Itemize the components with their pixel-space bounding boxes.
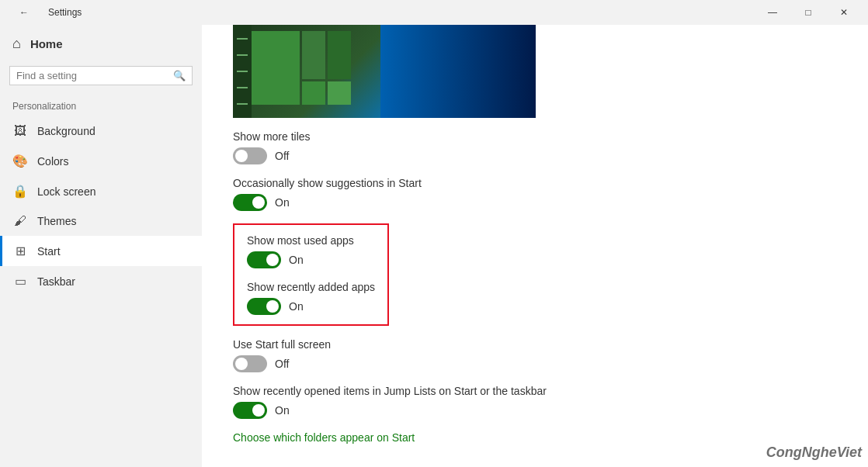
app-container: ⌂ Home 🔍 Personalization 🖼 Background 🎨 … — [0, 25, 868, 467]
sidebar-item-background[interactable]: 🖼 Background — [0, 116, 202, 146]
show-most-used-apps-label: Show most used apps — [247, 234, 375, 247]
show-recently-opened-items-toggle-row: On — [233, 402, 837, 419]
occasionally-show-suggestions-setting: Occasionally show suggestions in Start O… — [233, 177, 837, 211]
occasionally-show-suggestions-state: On — [275, 196, 290, 209]
sidebar-item-label-background: Background — [37, 125, 95, 137]
show-recently-opened-items-state: On — [275, 404, 290, 417]
occasionally-show-suggestions-toggle[interactable] — [233, 194, 267, 211]
sidebar-item-themes[interactable]: 🖌 Themes — [0, 206, 202, 236]
start-icon: ⊞ — [12, 244, 28, 258]
sidebar: ⌂ Home 🔍 Personalization 🖼 Background 🎨 … — [0, 25, 202, 467]
sidebar-item-lock-screen[interactable]: 🔒 Lock screen — [0, 176, 202, 206]
occasionally-show-suggestions-label: Occasionally show suggestions in Start — [233, 177, 837, 189]
main-content: Show more tiles Off Occasionally show su… — [202, 25, 868, 467]
show-recently-added-apps-setting: Show recently added apps On — [247, 281, 375, 315]
show-most-used-apps-toggle[interactable] — [247, 251, 281, 268]
back-button[interactable]: ← — [6, 0, 42, 25]
search-box[interactable]: 🔍 — [9, 66, 193, 85]
lock-screen-icon: 🔒 — [12, 184, 28, 199]
show-recently-added-apps-state: On — [289, 300, 304, 313]
sidebar-item-colors[interactable]: 🎨 Colors — [0, 146, 202, 176]
search-icon: 🔍 — [173, 70, 186, 81]
start-preview-image — [233, 25, 536, 118]
title-bar-left: ← Settings — [6, 0, 82, 25]
title-bar-title: Settings — [48, 7, 82, 18]
taskbar-icon: ▭ — [12, 274, 28, 289]
show-most-used-apps-state: On — [289, 254, 304, 266]
use-start-full-screen-setting: Use Start full screen Off — [233, 338, 837, 372]
show-most-used-apps-toggle-row: On — [247, 251, 375, 268]
watermark: CongNgheViet — [766, 445, 862, 461]
themes-icon: 🖌 — [12, 214, 28, 228]
highlighted-settings-box: Show most used apps On Show recently add… — [233, 223, 389, 326]
search-input[interactable] — [16, 70, 173, 81]
show-recently-added-apps-toggle-row: On — [247, 298, 375, 315]
title-bar: ← Settings — □ ✕ — [0, 0, 868, 25]
use-start-full-screen-toggle-row: Off — [233, 355, 837, 372]
background-icon: 🖼 — [12, 124, 28, 138]
home-icon: ⌂ — [12, 36, 21, 52]
sidebar-section-label: Personalization — [0, 95, 202, 116]
show-recently-opened-items-setting: Show recently opened items in Jump Lists… — [233, 385, 837, 419]
use-start-full-screen-toggle[interactable] — [233, 355, 267, 372]
sidebar-item-label-colors: Colors — [37, 155, 68, 168]
show-more-tiles-toggle-row: Off — [233, 147, 837, 164]
occasionally-show-suggestions-toggle-row: On — [233, 194, 837, 211]
show-more-tiles-toggle[interactable] — [233, 147, 267, 164]
show-recently-added-apps-toggle[interactable] — [247, 298, 281, 315]
sidebar-item-label-start: Start — [37, 245, 61, 258]
sidebar-item-taskbar[interactable]: ▭ Taskbar — [0, 266, 202, 296]
close-button[interactable]: ✕ — [826, 0, 862, 25]
sidebar-item-label-themes: Themes — [37, 215, 77, 227]
colors-icon: 🎨 — [12, 154, 28, 168]
choose-folders-link[interactable]: Choose which folders appear on Start — [233, 431, 415, 444]
show-more-tiles-label: Show more tiles — [233, 130, 837, 143]
sidebar-item-start[interactable]: ⊞ Start — [0, 236, 202, 266]
show-recently-opened-items-label: Show recently opened items in Jump Lists… — [233, 385, 837, 397]
use-start-full-screen-label: Use Start full screen — [233, 338, 837, 351]
show-most-used-apps-setting: Show most used apps On — [247, 234, 375, 268]
sidebar-home-button[interactable]: ⌂ Home — [0, 25, 202, 63]
sidebar-item-label-taskbar: Taskbar — [37, 275, 75, 288]
use-start-full-screen-state: Off — [275, 358, 289, 370]
show-more-tiles-state: Off — [275, 150, 289, 162]
show-recently-added-apps-label: Show recently added apps — [247, 281, 375, 293]
show-recently-opened-items-toggle[interactable] — [233, 402, 267, 419]
home-label: Home — [30, 37, 63, 50]
show-more-tiles-setting: Show more tiles Off — [233, 130, 837, 164]
sidebar-item-label-lock-screen: Lock screen — [37, 185, 95, 198]
maximize-button[interactable]: □ — [790, 0, 826, 25]
minimize-button[interactable]: — — [755, 0, 790, 25]
title-bar-controls: — □ ✕ — [755, 0, 862, 25]
